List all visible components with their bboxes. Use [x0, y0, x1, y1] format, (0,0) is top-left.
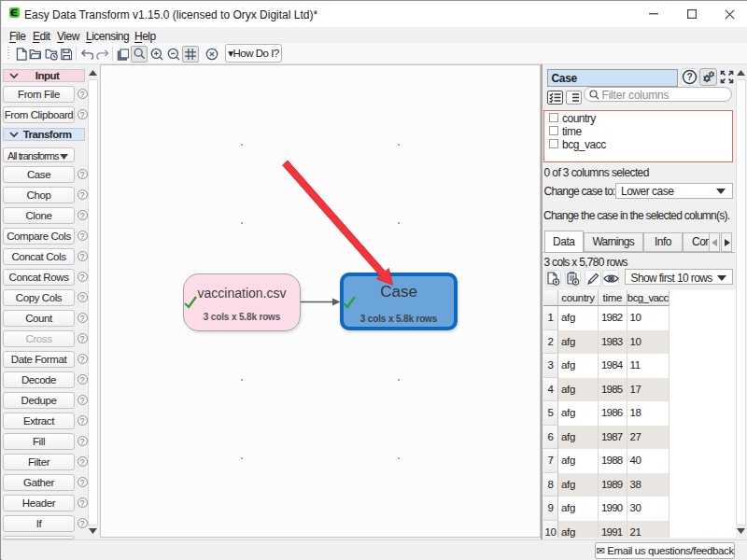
svg-text:?: ?: [686, 72, 692, 82]
